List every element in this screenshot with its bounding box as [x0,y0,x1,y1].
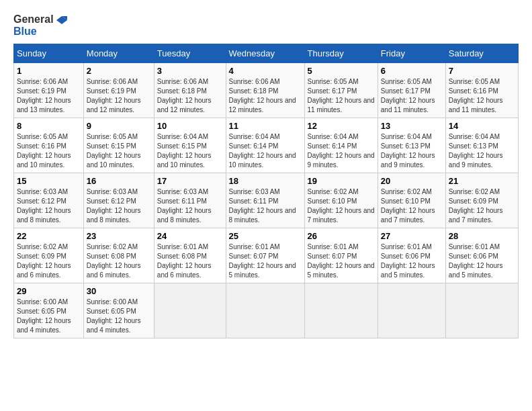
weekday-header: Tuesday [154,44,226,63]
calendar-cell: 8 Sunrise: 6:05 AMSunset: 6:16 PMDayligh… [14,118,84,173]
calendar-week-row: 15 Sunrise: 6:03 AMSunset: 6:12 PMDaylig… [14,173,519,228]
calendar-cell: 6 Sunrise: 6:05 AMSunset: 6:17 PMDayligh… [378,63,445,118]
calendar-cell: 3 Sunrise: 6:06 AMSunset: 6:18 PMDayligh… [154,63,226,118]
day-info: Sunrise: 6:06 AMSunset: 6:18 PMDaylight:… [229,78,296,113]
day-number: 30 [87,286,151,296]
calendar-cell: 19 Sunrise: 6:02 AMSunset: 6:10 PMDaylig… [304,173,378,228]
calendar-cell [378,283,445,338]
logo-line1: General [13,13,67,26]
day-number: 19 [308,176,375,186]
day-info: Sunrise: 6:04 AMSunset: 6:14 PMDaylight:… [308,133,375,169]
calendar-cell: 22 Sunrise: 6:02 AMSunset: 6:09 PMDaylig… [14,228,84,283]
day-number: 6 [381,66,443,76]
day-info: Sunrise: 6:05 AMSunset: 6:15 PMDaylight:… [87,133,141,169]
weekday-header: Saturday [445,44,518,63]
day-number: 4 [229,66,302,76]
calendar-week-row: 8 Sunrise: 6:05 AMSunset: 6:16 PMDayligh… [14,118,519,173]
calendar-cell: 27 Sunrise: 6:01 AMSunset: 6:06 PMDaylig… [378,228,445,283]
day-number: 28 [449,231,515,241]
logo-text-block: General Blue [13,13,67,37]
weekday-header: Thursday [304,44,378,63]
page-header: General Blue [13,13,519,37]
day-number: 12 [308,121,375,131]
day-info: Sunrise: 6:01 AMSunset: 6:06 PMDaylight:… [381,243,435,279]
calendar-cell: 26 Sunrise: 6:01 AMSunset: 6:07 PMDaylig… [304,228,378,283]
day-number: 3 [157,66,223,76]
day-info: Sunrise: 6:05 AMSunset: 6:16 PMDaylight:… [449,78,503,113]
calendar-cell: 2 Sunrise: 6:06 AMSunset: 6:19 PMDayligh… [83,63,154,118]
day-info: Sunrise: 6:05 AMSunset: 6:16 PMDaylight:… [17,133,71,169]
day-info: Sunrise: 6:02 AMSunset: 6:09 PMDaylight:… [449,188,503,224]
day-number: 18 [229,176,302,186]
calendar-cell [304,283,378,338]
calendar-cell: 5 Sunrise: 6:05 AMSunset: 6:17 PMDayligh… [304,63,378,118]
day-info: Sunrise: 6:01 AMSunset: 6:07 PMDaylight:… [308,243,375,279]
weekday-header: Sunday [14,44,84,63]
day-number: 25 [229,231,302,241]
calendar-cell: 13 Sunrise: 6:04 AMSunset: 6:13 PMDaylig… [378,118,445,173]
calendar-cell: 1 Sunrise: 6:06 AMSunset: 6:19 PMDayligh… [14,63,84,118]
calendar-cell [445,283,518,338]
calendar-cell: 7 Sunrise: 6:05 AMSunset: 6:16 PMDayligh… [445,63,518,118]
day-info: Sunrise: 6:06 AMSunset: 6:19 PMDaylight:… [87,78,141,113]
weekday-header: Friday [378,44,445,63]
calendar-cell: 11 Sunrise: 6:04 AMSunset: 6:14 PMDaylig… [226,118,304,173]
day-number: 23 [87,231,151,241]
day-info: Sunrise: 6:01 AMSunset: 6:07 PMDaylight:… [229,243,296,279]
weekday-header: Monday [83,44,154,63]
day-number: 2 [87,66,151,76]
day-info: Sunrise: 6:06 AMSunset: 6:19 PMDaylight:… [17,78,71,113]
logo: General Blue [13,13,67,37]
day-info: Sunrise: 6:02 AMSunset: 6:09 PMDaylight:… [17,243,71,279]
day-info: Sunrise: 6:06 AMSunset: 6:18 PMDaylight:… [157,78,212,113]
calendar-cell: 28 Sunrise: 6:01 AMSunset: 6:06 PMDaylig… [445,228,518,283]
day-info: Sunrise: 6:03 AMSunset: 6:12 PMDaylight:… [87,188,141,224]
day-info: Sunrise: 6:05 AMSunset: 6:17 PMDaylight:… [308,78,375,113]
day-info: Sunrise: 6:00 AMSunset: 6:05 PMDaylight:… [17,298,71,334]
day-info: Sunrise: 6:03 AMSunset: 6:11 PMDaylight:… [229,188,296,224]
day-number: 10 [157,121,223,131]
day-info: Sunrise: 6:01 AMSunset: 6:08 PMDaylight:… [157,243,212,279]
day-info: Sunrise: 6:03 AMSunset: 6:11 PMDaylight:… [157,188,212,224]
day-number: 1 [17,66,81,76]
day-number: 14 [449,121,515,131]
calendar-table: SundayMondayTuesdayWednesdayThursdayFrid… [13,44,519,338]
calendar-week-row: 29 Sunrise: 6:00 AMSunset: 6:05 PMDaylig… [14,283,519,338]
day-info: Sunrise: 6:02 AMSunset: 6:10 PMDaylight:… [381,188,435,224]
day-number: 11 [229,121,302,131]
day-number: 24 [157,231,223,241]
day-info: Sunrise: 6:04 AMSunset: 6:14 PMDaylight:… [229,133,296,169]
day-info: Sunrise: 6:05 AMSunset: 6:17 PMDaylight:… [381,78,435,113]
calendar-cell: 29 Sunrise: 6:00 AMSunset: 6:05 PMDaylig… [14,283,84,338]
calendar-cell: 10 Sunrise: 6:04 AMSunset: 6:15 PMDaylig… [154,118,226,173]
day-number: 9 [87,121,151,131]
weekday-header: Wednesday [226,44,304,63]
day-number: 15 [17,176,81,186]
day-number: 26 [308,231,375,241]
day-number: 5 [308,66,375,76]
day-info: Sunrise: 6:04 AMSunset: 6:13 PMDaylight:… [381,133,435,169]
day-number: 17 [157,176,223,186]
logo-line2: Blue [13,26,67,38]
calendar-cell: 18 Sunrise: 6:03 AMSunset: 6:11 PMDaylig… [226,173,304,228]
day-info: Sunrise: 6:01 AMSunset: 6:06 PMDaylight:… [449,243,503,279]
calendar-cell: 17 Sunrise: 6:03 AMSunset: 6:11 PMDaylig… [154,173,226,228]
day-number: 29 [17,286,81,296]
calendar-cell: 14 Sunrise: 6:04 AMSunset: 6:13 PMDaylig… [445,118,518,173]
calendar-cell: 21 Sunrise: 6:02 AMSunset: 6:09 PMDaylig… [445,173,518,228]
day-info: Sunrise: 6:04 AMSunset: 6:13 PMDaylight:… [449,133,503,169]
day-number: 16 [87,176,151,186]
day-info: Sunrise: 6:02 AMSunset: 6:08 PMDaylight:… [87,243,141,279]
calendar-cell: 20 Sunrise: 6:02 AMSunset: 6:10 PMDaylig… [378,173,445,228]
day-info: Sunrise: 6:02 AMSunset: 6:10 PMDaylight:… [308,188,375,224]
calendar-cell: 15 Sunrise: 6:03 AMSunset: 6:12 PMDaylig… [14,173,84,228]
calendar-cell: 25 Sunrise: 6:01 AMSunset: 6:07 PMDaylig… [226,228,304,283]
calendar-cell: 23 Sunrise: 6:02 AMSunset: 6:08 PMDaylig… [83,228,154,283]
day-info: Sunrise: 6:03 AMSunset: 6:12 PMDaylight:… [17,188,71,224]
calendar-cell: 12 Sunrise: 6:04 AMSunset: 6:14 PMDaylig… [304,118,378,173]
calendar-cell: 16 Sunrise: 6:03 AMSunset: 6:12 PMDaylig… [83,173,154,228]
day-number: 22 [17,231,81,241]
day-info: Sunrise: 6:00 AMSunset: 6:05 PMDaylight:… [87,298,141,334]
day-number: 27 [381,231,443,241]
calendar-cell: 30 Sunrise: 6:00 AMSunset: 6:05 PMDaylig… [83,283,154,338]
